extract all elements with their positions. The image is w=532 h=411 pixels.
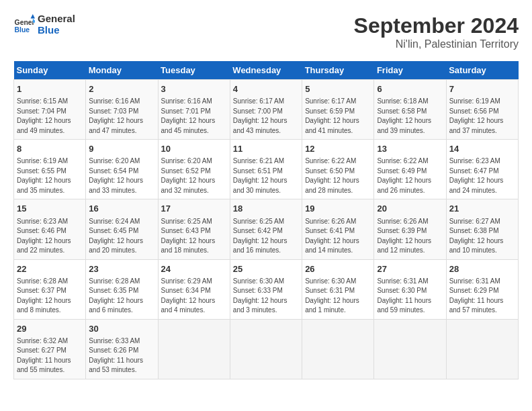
calendar-week-2: 8Sunrise: 6:19 AMSunset: 6:55 PMDaylight… [14, 140, 519, 199]
day-number: 14 [449, 143, 515, 155]
day-info: Sunrise: 6:25 AMSunset: 6:43 PMDaylight:… [161, 217, 227, 256]
day-info: Sunrise: 6:30 AMSunset: 6:31 PMDaylight:… [305, 277, 371, 316]
calendar-week-1: 1Sunrise: 6:15 AMSunset: 7:04 PMDaylight… [14, 80, 519, 140]
day-info: Sunrise: 6:30 AMSunset: 6:33 PMDaylight:… [233, 277, 299, 316]
day-number: 4 [233, 83, 299, 95]
day-info: Sunrise: 6:31 AMSunset: 6:30 PMDaylight:… [377, 277, 443, 316]
day-number: 26 [305, 263, 371, 275]
calendar-cell [374, 319, 446, 379]
logo-text-blue: Blue [38, 25, 75, 36]
day-info: Sunrise: 6:29 AMSunset: 6:34 PMDaylight:… [161, 277, 227, 316]
day-number: 28 [449, 263, 515, 275]
day-number: 11 [233, 143, 299, 155]
svg-text:Blue: Blue [15, 26, 30, 34]
column-header-friday: Friday [374, 61, 446, 80]
calendar-table: SundayMondayTuesdayWednesdayThursdayFrid… [13, 61, 519, 379]
day-info: Sunrise: 6:17 AMSunset: 6:59 PMDaylight:… [305, 97, 371, 136]
calendar-cell: 6Sunrise: 6:18 AMSunset: 6:58 PMDaylight… [374, 80, 446, 140]
day-info: Sunrise: 6:16 AMSunset: 7:01 PMDaylight:… [161, 97, 227, 136]
day-info: Sunrise: 6:28 AMSunset: 6:35 PMDaylight:… [89, 277, 154, 316]
day-info: Sunrise: 6:20 AMSunset: 6:54 PMDaylight:… [89, 156, 154, 195]
day-number: 20 [377, 203, 443, 215]
calendar-cell: 16Sunrise: 6:24 AMSunset: 6:45 PMDayligh… [86, 199, 158, 259]
day-number: 9 [89, 143, 154, 155]
day-info: Sunrise: 6:19 AMSunset: 6:56 PMDaylight:… [449, 97, 515, 136]
calendar-cell: 13Sunrise: 6:22 AMSunset: 6:49 PMDayligh… [374, 140, 446, 199]
svg-marker-2 [31, 14, 35, 18]
calendar-cell: 11Sunrise: 6:21 AMSunset: 6:51 PMDayligh… [230, 140, 302, 199]
calendar-cell: 5Sunrise: 6:17 AMSunset: 6:59 PMDaylight… [302, 80, 374, 140]
day-number: 3 [161, 83, 227, 95]
day-info: Sunrise: 6:23 AMSunset: 6:47 PMDaylight:… [449, 156, 515, 195]
day-number: 8 [17, 143, 83, 155]
day-number: 7 [449, 83, 515, 95]
calendar-cell: 3Sunrise: 6:16 AMSunset: 7:01 PMDaylight… [158, 80, 230, 140]
calendar-cell: 23Sunrise: 6:28 AMSunset: 6:35 PMDayligh… [86, 259, 158, 319]
day-info: Sunrise: 6:32 AMSunset: 6:27 PMDaylight:… [17, 336, 83, 375]
column-header-sunday: Sunday [14, 61, 86, 80]
day-number: 2 [89, 83, 154, 95]
calendar-cell: 14Sunrise: 6:23 AMSunset: 6:47 PMDayligh… [446, 140, 518, 199]
day-info: Sunrise: 6:16 AMSunset: 7:03 PMDaylight:… [89, 97, 154, 136]
day-number: 23 [89, 263, 154, 275]
day-info: Sunrise: 6:22 AMSunset: 6:50 PMDaylight:… [305, 156, 371, 195]
main-title: September 2024 [354, 13, 519, 38]
day-number: 27 [377, 263, 443, 275]
calendar-cell: 20Sunrise: 6:26 AMSunset: 6:39 PMDayligh… [374, 199, 446, 259]
calendar-week-4: 22Sunrise: 6:28 AMSunset: 6:37 PMDayligh… [14, 259, 519, 319]
day-number: 6 [377, 83, 443, 95]
day-info: Sunrise: 6:21 AMSunset: 6:51 PMDaylight:… [233, 156, 299, 195]
day-info: Sunrise: 6:17 AMSunset: 7:00 PMDaylight:… [233, 97, 299, 136]
day-number: 17 [161, 203, 227, 215]
calendar-cell: 29Sunrise: 6:32 AMSunset: 6:27 PMDayligh… [14, 319, 86, 379]
day-number: 19 [305, 203, 371, 215]
calendar-header-row: SundayMondayTuesdayWednesdayThursdayFrid… [14, 61, 519, 80]
calendar-cell: 8Sunrise: 6:19 AMSunset: 6:55 PMDaylight… [14, 140, 86, 199]
day-number: 21 [449, 203, 515, 215]
day-info: Sunrise: 6:28 AMSunset: 6:37 PMDaylight:… [17, 277, 83, 316]
day-info: Sunrise: 6:26 AMSunset: 6:41 PMDaylight:… [305, 217, 371, 256]
calendar-cell [302, 319, 374, 379]
calendar-cell: 15Sunrise: 6:23 AMSunset: 6:46 PMDayligh… [14, 199, 86, 259]
calendar-cell: 18Sunrise: 6:25 AMSunset: 6:42 PMDayligh… [230, 199, 302, 259]
day-info: Sunrise: 6:26 AMSunset: 6:39 PMDaylight:… [377, 217, 443, 256]
day-number: 5 [305, 83, 371, 95]
calendar-cell: 27Sunrise: 6:31 AMSunset: 6:30 PMDayligh… [374, 259, 446, 319]
calendar-cell: 4Sunrise: 6:17 AMSunset: 7:00 PMDaylight… [230, 80, 302, 140]
day-number: 22 [17, 263, 83, 275]
day-info: Sunrise: 6:22 AMSunset: 6:49 PMDaylight:… [377, 156, 443, 195]
logo: General Blue General Blue [13, 13, 75, 36]
day-number: 29 [17, 323, 83, 335]
column-header-tuesday: Tuesday [158, 61, 230, 80]
page-header: General Blue General Blue September 2024… [13, 13, 519, 50]
calendar-cell [230, 319, 302, 379]
day-number: 10 [161, 143, 227, 155]
calendar-cell: 1Sunrise: 6:15 AMSunset: 7:04 PMDaylight… [14, 80, 86, 140]
day-info: Sunrise: 6:19 AMSunset: 6:55 PMDaylight:… [17, 156, 83, 195]
day-info: Sunrise: 6:25 AMSunset: 6:42 PMDaylight:… [233, 217, 299, 256]
column-header-wednesday: Wednesday [230, 61, 302, 80]
calendar-cell: 28Sunrise: 6:31 AMSunset: 6:29 PMDayligh… [446, 259, 518, 319]
day-info: Sunrise: 6:33 AMSunset: 6:26 PMDaylight:… [89, 336, 154, 375]
day-number: 18 [233, 203, 299, 215]
day-info: Sunrise: 6:20 AMSunset: 6:52 PMDaylight:… [161, 156, 227, 195]
calendar-cell: 9Sunrise: 6:20 AMSunset: 6:54 PMDaylight… [86, 140, 158, 199]
calendar-cell: 24Sunrise: 6:29 AMSunset: 6:34 PMDayligh… [158, 259, 230, 319]
column-header-thursday: Thursday [302, 61, 374, 80]
calendar-cell: 30Sunrise: 6:33 AMSunset: 6:26 PMDayligh… [86, 319, 158, 379]
day-number: 15 [17, 203, 83, 215]
day-info: Sunrise: 6:15 AMSunset: 7:04 PMDaylight:… [17, 97, 83, 136]
calendar-cell [446, 319, 518, 379]
calendar-cell: 17Sunrise: 6:25 AMSunset: 6:43 PMDayligh… [158, 199, 230, 259]
calendar-cell: 21Sunrise: 6:27 AMSunset: 6:38 PMDayligh… [446, 199, 518, 259]
calendar-cell: 19Sunrise: 6:26 AMSunset: 6:41 PMDayligh… [302, 199, 374, 259]
calendar-cell: 22Sunrise: 6:28 AMSunset: 6:37 PMDayligh… [14, 259, 86, 319]
day-info: Sunrise: 6:23 AMSunset: 6:46 PMDaylight:… [17, 217, 83, 256]
calendar-cell [158, 319, 230, 379]
calendar-cell: 12Sunrise: 6:22 AMSunset: 6:50 PMDayligh… [302, 140, 374, 199]
svg-text:General: General [15, 19, 35, 26]
day-number: 13 [377, 143, 443, 155]
calendar-cell: 2Sunrise: 6:16 AMSunset: 7:03 PMDaylight… [86, 80, 158, 140]
day-number: 24 [161, 263, 227, 275]
day-number: 12 [305, 143, 371, 155]
